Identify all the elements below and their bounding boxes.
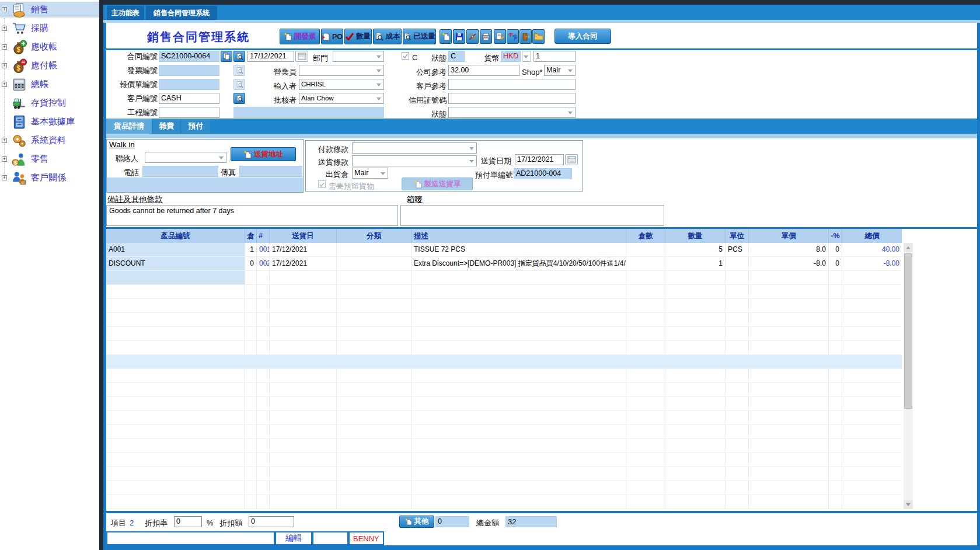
table-cell-price[interactable]	[749, 327, 829, 341]
table-cell-wh[interactable]: 0	[245, 257, 257, 271]
search-quote-button[interactable]	[233, 79, 245, 90]
delivered-qty-button[interactable]: 已送量	[403, 29, 436, 44]
table-cell-desc[interactable]	[411, 369, 626, 383]
print-button[interactable]	[480, 29, 492, 44]
table-cell-price[interactable]	[749, 271, 829, 285]
table-row[interactable]	[106, 495, 902, 509]
table-cell-price[interactable]	[749, 453, 829, 467]
new-record-button[interactable]	[440, 29, 452, 44]
table-row[interactable]	[106, 411, 902, 425]
table-cell-unit[interactable]	[726, 481, 749, 495]
table-cell-unit[interactable]	[726, 327, 749, 341]
table-cell-date[interactable]	[270, 411, 337, 425]
company-ref-input[interactable]: 32.00	[448, 65, 519, 76]
calendar-button[interactable]	[295, 51, 308, 62]
table-cell-product[interactable]	[106, 411, 245, 425]
table-cell-disc[interactable]	[829, 285, 842, 299]
table-cell-qty[interactable]	[665, 369, 726, 383]
delivery-address-button[interactable]: 送貨地址	[231, 147, 296, 161]
table-cell-date[interactable]	[270, 299, 337, 313]
tree-expand-icon[interactable]	[2, 156, 7, 162]
table-cell-category[interactable]	[337, 355, 411, 369]
tree-expand-icon[interactable]	[2, 44, 7, 50]
tree-expand-icon[interactable]	[2, 82, 7, 87]
table-row[interactable]	[106, 439, 902, 453]
table-cell-wh[interactable]	[245, 341, 257, 355]
table-cell-qty[interactable]	[665, 495, 726, 509]
table-cell-product[interactable]	[106, 341, 245, 355]
search-invoice-button[interactable]	[233, 65, 245, 76]
table-cell-date[interactable]	[270, 495, 337, 509]
status-input[interactable]: C	[448, 51, 465, 62]
table-cell-unit[interactable]	[726, 453, 749, 467]
sidebar-item-sales[interactable]: 銷售	[0, 2, 99, 18]
col-header-wh-qty[interactable]: 倉數	[626, 229, 665, 243]
table-cell-qty[interactable]	[665, 285, 726, 299]
table-cell-total[interactable]	[842, 467, 902, 481]
scroll-up-button[interactable]	[904, 243, 913, 252]
tree-expand-icon[interactable]	[2, 63, 7, 68]
table-cell-wh_qty[interactable]	[626, 271, 665, 285]
table-cell-category[interactable]	[337, 481, 411, 495]
table-cell-line[interactable]	[257, 397, 270, 411]
table-cell-desc[interactable]	[411, 411, 626, 425]
tree-expand-icon[interactable]	[2, 7, 7, 12]
table-cell-category[interactable]	[337, 271, 411, 285]
table-row[interactable]	[106, 327, 902, 341]
table-cell-wh[interactable]	[245, 271, 257, 285]
tab-misc-charges[interactable]: 雜費	[154, 119, 180, 134]
save-button[interactable]	[453, 29, 465, 44]
table-cell-date[interactable]	[270, 285, 337, 299]
table-cell-product[interactable]	[106, 383, 245, 397]
table-cell-unit[interactable]	[726, 355, 749, 369]
currency-dropdown-button[interactable]	[522, 51, 531, 62]
table-cell-product[interactable]	[106, 439, 245, 453]
table-cell-category[interactable]	[337, 257, 411, 271]
table-cell-line[interactable]	[257, 313, 270, 327]
discount-rate-input[interactable]: 0	[174, 516, 202, 527]
table-cell-total[interactable]	[842, 271, 902, 285]
sidebar-item-payable[interactable]: $ 應付帳	[0, 58, 99, 74]
table-cell-wh[interactable]	[245, 495, 257, 509]
table-cell-date[interactable]	[270, 271, 337, 285]
table-cell-line[interactable]	[257, 271, 270, 285]
table-cell-disc[interactable]	[829, 313, 842, 327]
table-cell-line[interactable]	[257, 495, 270, 509]
table-cell-desc[interactable]	[411, 467, 626, 481]
table-cell-date[interactable]: 17/12/2021	[270, 243, 337, 257]
sidebar-item-system[interactable]: 系統資料	[0, 133, 99, 148]
tab-sales-contract[interactable]: 銷售合同管理系統	[146, 6, 217, 20]
table-row[interactable]	[106, 313, 902, 327]
table-cell-wh[interactable]	[245, 383, 257, 397]
table-cell-line[interactable]: 001	[257, 243, 270, 257]
customer-ref-input[interactable]	[448, 79, 576, 90]
table-cell-total[interactable]	[842, 411, 902, 425]
table-cell-unit[interactable]	[726, 341, 749, 355]
table-cell-product[interactable]	[106, 327, 245, 341]
sidebar-item-purchase[interactable]: 採購	[0, 20, 99, 36]
table-cell-qty[interactable]	[665, 481, 726, 495]
table-cell-desc[interactable]	[411, 481, 626, 495]
table-cell-price[interactable]	[749, 397, 829, 411]
exit-button[interactable]	[519, 29, 532, 44]
delivery-date-input[interactable]: 17/12/2021	[515, 154, 564, 165]
sidebar-item-retail[interactable]: $ 零售	[0, 151, 99, 167]
invoice-no-input[interactable]	[159, 65, 219, 76]
table-cell-wh[interactable]	[245, 453, 257, 467]
table-cell-wh_qty[interactable]	[626, 299, 665, 313]
table-cell-qty[interactable]	[665, 411, 726, 425]
table-cell-qty[interactable]	[665, 299, 726, 313]
shipping-mark-textarea[interactable]	[400, 205, 664, 226]
table-cell-disc[interactable]	[829, 467, 842, 481]
tree-expand-icon[interactable]	[2, 26, 7, 31]
table-cell-line[interactable]	[257, 383, 270, 397]
table-cell-product[interactable]	[106, 495, 245, 509]
table-cell-desc[interactable]	[411, 397, 626, 411]
fax-input[interactable]	[239, 166, 302, 177]
table-cell-category[interactable]	[337, 495, 411, 509]
quote-no-input[interactable]	[159, 79, 219, 90]
table-cell-date[interactable]	[270, 341, 337, 355]
delivery-terms-select[interactable]	[352, 155, 477, 166]
table-cell-date[interactable]	[270, 481, 337, 495]
table-cell-unit[interactable]	[726, 439, 749, 453]
